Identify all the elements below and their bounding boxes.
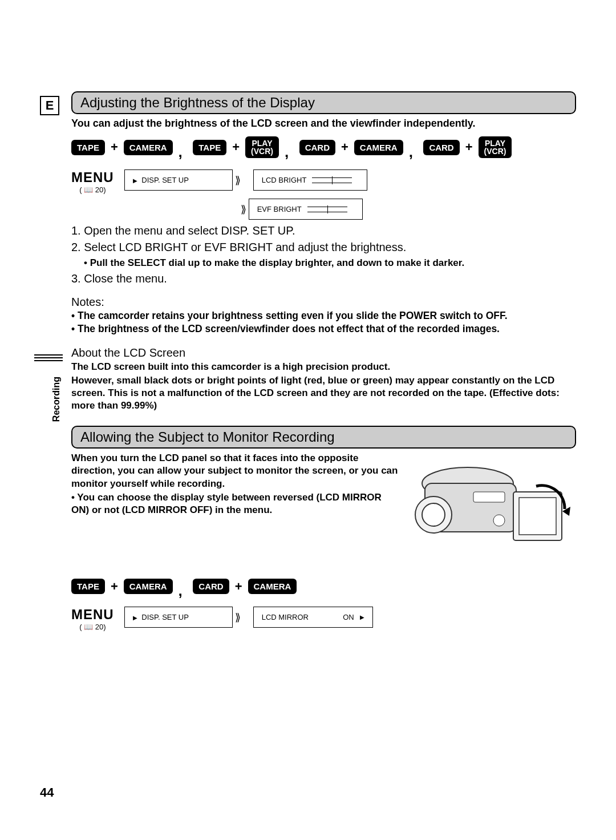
- menu-item-evf-bright: EVF BRIGHT: [249, 199, 363, 220]
- mode-pill-camera: CAMERA: [354, 140, 403, 155]
- menu-item-lcd-bright: LCD BRIGHT: [253, 169, 367, 191]
- menu-item-disp-setup: DISP. SET UP: [124, 169, 233, 191]
- separator-comma: ,: [175, 143, 191, 161]
- separator-comma: ,: [281, 143, 297, 161]
- mode-pill-camera: CAMERA: [248, 579, 297, 594]
- about-line-2: However, small black dots or bright poin…: [71, 374, 576, 412]
- chain-arrow-icon: ⟫: [235, 611, 241, 624]
- setting-label: LCD MIRROR: [262, 613, 309, 621]
- menu-path-mirror: MENU ( 📖 20) DISP. SET UP ⟫ LCD MIRROR O…: [71, 607, 576, 631]
- plus-icon: +: [338, 140, 352, 155]
- step-2: 2. Select LCD BRIGHT or EVF BRIGHT and a…: [71, 241, 576, 254]
- mode-pill-tape: TAPE: [71, 140, 105, 155]
- submenu-arrow-icon: ▶: [360, 614, 364, 620]
- mode-pill-play-vcr: PLAY (VCR): [245, 136, 279, 158]
- mode-pill-tape: TAPE: [193, 140, 226, 155]
- menu-page-ref: ( 📖 20): [71, 623, 114, 631]
- svg-point-9: [493, 515, 505, 526]
- chapter-side-label: Recording: [51, 377, 62, 422]
- brightness-intro: You can adjust the brightness of the LCD…: [71, 118, 576, 130]
- mode-pill-tape: TAPE: [71, 579, 105, 594]
- page-number: 44: [40, 785, 54, 800]
- plus-icon: +: [107, 140, 121, 155]
- setting-value: ON: [343, 613, 354, 621]
- mode-pill-card: CARD: [423, 140, 459, 155]
- plus-icon: +: [229, 140, 243, 155]
- svg-point-4: [422, 503, 445, 526]
- about-line-1: The LCD screen built into this camcorder…: [71, 361, 576, 373]
- brightness-slider-icon: [312, 177, 352, 183]
- mode-pill-camera: CAMERA: [124, 579, 173, 594]
- menu-page-ref: ( 📖 20): [71, 185, 114, 194]
- plus-icon: +: [232, 579, 246, 594]
- about-heading: About the LCD Screen: [71, 346, 576, 360]
- language-badge: E: [40, 96, 59, 115]
- chain-arrow-icon: ⟫: [241, 203, 246, 216]
- step-2-sub: • Pull the SELECT dial up to make the di…: [84, 257, 576, 269]
- notes-heading: Notes:: [71, 296, 576, 309]
- menu-item-label: DISP. SET UP: [141, 613, 189, 621]
- mode-pill-play-vcr: PLAY (VCR): [479, 136, 512, 158]
- section-title-brightness: Adjusting the Brightness of the Display: [71, 91, 576, 114]
- svg-rect-6: [519, 498, 556, 535]
- svg-rect-8: [473, 492, 505, 502]
- mode-indicator-strip-2: TAPE + CAMERA , CARD + CAMERA: [71, 578, 576, 595]
- menu-label: MENU: [71, 169, 114, 185]
- camcorder-illustration: [405, 452, 576, 560]
- plus-icon: +: [462, 140, 476, 155]
- setting-label: LCD BRIGHT: [262, 176, 307, 184]
- step-3: 3. Close the menu.: [71, 272, 576, 285]
- mode-pill-camera: CAMERA: [124, 140, 173, 155]
- menu-path-brightness: MENU ( 📖 20) DISP. SET UP ⟫ LCD BRIGHT ⟫: [71, 169, 576, 220]
- chapter-decoration: [34, 353, 63, 363]
- separator-comma: ,: [175, 582, 191, 600]
- step-1: 1. Open the menu and select DISP. SET UP…: [71, 224, 576, 237]
- mode-pill-card: CARD: [193, 579, 229, 594]
- setting-label: EVF BRIGHT: [257, 205, 302, 213]
- menu-item-lcd-mirror: LCD MIRROR ON ▶: [253, 607, 373, 628]
- menu-label: MENU: [71, 607, 114, 623]
- menu-item-label: DISP. SET UP: [141, 176, 189, 184]
- note-1: • The camcorder retains your brightness …: [71, 310, 576, 322]
- mode-indicator-strip-1: TAPE + CAMERA , TAPE + PLAY (VCR) , CARD…: [71, 136, 576, 158]
- menu-item-disp-setup: DISP. SET UP: [124, 607, 233, 628]
- mode-pill-card: CARD: [299, 140, 335, 155]
- separator-comma: ,: [406, 143, 421, 161]
- brightness-slider-icon: [307, 207, 347, 212]
- section-title-mirror: Allowing the Subject to Monitor Recordin…: [71, 426, 576, 449]
- plus-icon: +: [107, 579, 121, 594]
- note-2: • The brightness of the LCD screen/viewf…: [71, 323, 576, 335]
- chain-arrow-icon: ⟫: [235, 174, 241, 187]
